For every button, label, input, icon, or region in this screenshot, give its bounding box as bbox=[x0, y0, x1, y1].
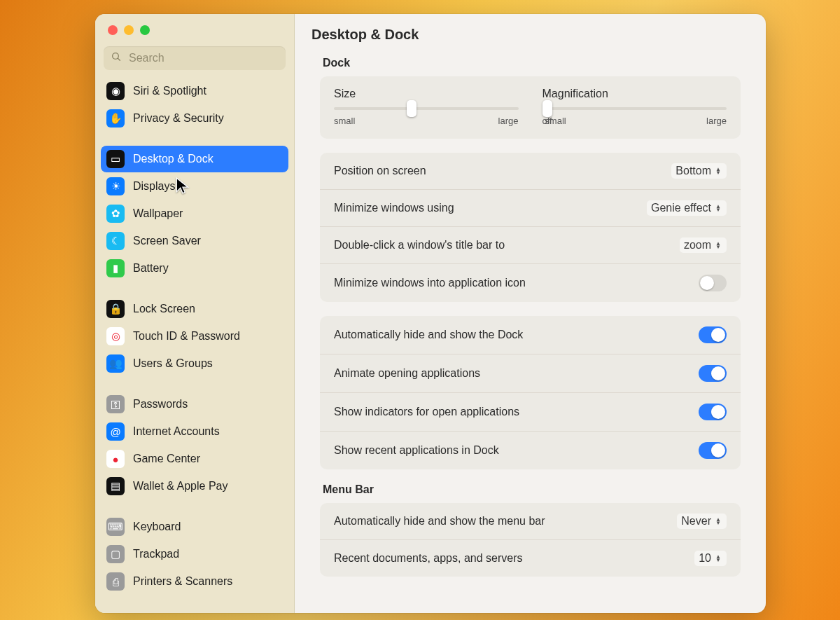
sidebar-item-keyboard[interactable]: ⌨Keyboard bbox=[101, 514, 288, 540]
row-label: Show indicators for open applications bbox=[334, 406, 519, 418]
toggle-switch[interactable] bbox=[699, 442, 727, 459]
search-field[interactable] bbox=[104, 46, 286, 70]
popup-value: Never bbox=[681, 515, 711, 528]
sidebar-item-label: Game Center bbox=[133, 453, 200, 465]
toggle-switch[interactable] bbox=[699, 326, 727, 343]
row-label: Animate opening applications bbox=[334, 367, 480, 380]
popup-value: Genie effect bbox=[651, 202, 711, 214]
sidebar-item-siri-spotlight[interactable]: ◉Siri & Spotlight bbox=[101, 78, 288, 104]
toggle-switch[interactable] bbox=[699, 365, 727, 382]
key-icon: ⚿ bbox=[106, 395, 125, 413]
sun-icon: ☀ bbox=[106, 177, 125, 195]
main-panel: Desktop & Dock Dock Size small large Mag… bbox=[295, 14, 766, 613]
row-label: Recent documents, apps, and servers bbox=[334, 552, 522, 565]
row-label: Position on screen bbox=[334, 165, 426, 177]
dock-size-slider[interactable]: Size small large bbox=[334, 88, 519, 126]
svg-line-1 bbox=[118, 58, 120, 60]
dock-row-1: Minimize windows usingGenie effect▲▼ bbox=[320, 189, 741, 226]
at-icon: @ bbox=[106, 422, 125, 441]
page-title: Desktop & Dock bbox=[295, 14, 766, 53]
stepper-arrows-icon: ▲▼ bbox=[715, 555, 722, 562]
popup-button[interactable]: Bottom▲▼ bbox=[671, 163, 727, 179]
sidebar-item-privacy-security[interactable]: ✋Privacy & Security bbox=[101, 105, 288, 132]
siri-icon: ◉ bbox=[106, 82, 125, 100]
sidebar-item-lock-screen[interactable]: 🔒Lock Screen bbox=[101, 296, 288, 322]
keyboard-icon: ⌨ bbox=[106, 518, 125, 536]
trackpad-icon: ▢ bbox=[106, 545, 125, 563]
dock-row-3: Show recent applications in Dock bbox=[320, 431, 741, 469]
sidebar-item-label: Internet Accounts bbox=[133, 425, 220, 438]
flower-icon: ✿ bbox=[106, 205, 125, 223]
sidebar-item-label: Wallpaper bbox=[133, 207, 183, 220]
lock-icon: 🔒 bbox=[106, 300, 125, 318]
sidebar-item-label: Battery bbox=[133, 262, 169, 275]
popup-button[interactable]: Never▲▼ bbox=[677, 514, 727, 529]
section-dock-label: Dock bbox=[323, 57, 738, 69]
dock-magnification-slider[interactable]: Magnification off small large bbox=[542, 88, 727, 126]
sidebar-item-screen-saver[interactable]: ☾Screen Saver bbox=[101, 228, 288, 254]
dock-row-2: Show indicators for open applications bbox=[320, 392, 741, 431]
sidebar-item-displays[interactable]: ☀Displays bbox=[101, 173, 288, 200]
popup-value: 10 bbox=[699, 552, 711, 565]
window-controls bbox=[95, 14, 294, 41]
sidebar-item-label: Trackpad bbox=[133, 548, 179, 560]
dock-row-3: Minimize windows into application icon bbox=[320, 263, 741, 302]
sidebar-item-label: Siri & Spotlight bbox=[133, 85, 206, 97]
sidebar-item-wallpaper[interactable]: ✿Wallpaper bbox=[101, 200, 288, 227]
sidebar-item-desktop-dock[interactable]: ▭Desktop & Dock bbox=[101, 146, 288, 172]
sidebar-item-printers-scanners[interactable]: ⎙Printers & Scanners bbox=[101, 568, 288, 595]
sidebar: ◉Siri & Spotlight✋Privacy & Security▭Des… bbox=[95, 14, 295, 613]
popup-button[interactable]: 10▲▼ bbox=[694, 551, 727, 566]
sidebar-item-label: Screen Saver bbox=[133, 235, 201, 247]
popup-button[interactable]: zoom▲▼ bbox=[680, 237, 727, 253]
menubar-row-0: Automatically hide and show the menu bar… bbox=[320, 503, 741, 539]
sidebar-item-label: Keyboard bbox=[133, 521, 181, 533]
stepper-arrows-icon: ▲▼ bbox=[715, 167, 722, 174]
row-label: Automatically hide and show the menu bar bbox=[334, 515, 545, 528]
size-max-label: large bbox=[498, 116, 519, 126]
sidebar-item-label: Lock Screen bbox=[133, 303, 195, 315]
sidebar-item-trackpad[interactable]: ▢Trackpad bbox=[101, 541, 288, 567]
sidebar-item-label: Privacy & Security bbox=[133, 112, 224, 125]
menubar-row-1: Recent documents, apps, and servers10▲▼ bbox=[320, 539, 741, 577]
mag-max-label: large bbox=[706, 116, 727, 126]
row-label: Show recent applications in Dock bbox=[334, 444, 499, 457]
close-window-button[interactable] bbox=[108, 25, 118, 35]
dock-row-0: Position on screenBottom▲▼ bbox=[320, 153, 741, 189]
sidebar-item-label: Wallet & Apple Pay bbox=[133, 480, 227, 492]
popup-button[interactable]: Genie effect▲▼ bbox=[647, 200, 727, 216]
sidebar-item-label: Passwords bbox=[133, 398, 188, 411]
moon-icon: ☾ bbox=[106, 232, 125, 250]
row-label: Automatically hide and show the Dock bbox=[334, 329, 523, 341]
mag-min-label: small bbox=[545, 116, 566, 126]
popup-value: Bottom bbox=[676, 165, 711, 177]
section-menubar-label: Menu Bar bbox=[323, 483, 738, 496]
stepper-arrows-icon: ▲▼ bbox=[715, 518, 722, 525]
toggle-switch[interactable] bbox=[699, 275, 727, 291]
wallet-icon: ▤ bbox=[106, 477, 125, 495]
zoom-window-button[interactable] bbox=[140, 25, 150, 35]
search-input[interactable] bbox=[127, 51, 279, 65]
sidebar-item-label: Printers & Scanners bbox=[133, 575, 232, 588]
sidebar-item-wallet-apple-pay[interactable]: ▤Wallet & Apple Pay bbox=[101, 473, 288, 500]
row-label: Minimize windows into application icon bbox=[334, 277, 526, 289]
toggle-switch[interactable] bbox=[699, 404, 727, 420]
game-center-icon: ● bbox=[106, 450, 125, 468]
minimize-window-button[interactable] bbox=[124, 25, 134, 35]
dock-row-2: Double-click a window's title bar tozoom… bbox=[320, 226, 741, 263]
hand-icon: ✋ bbox=[106, 109, 125, 128]
sidebar-item-label: Desktop & Dock bbox=[133, 153, 214, 165]
sidebar-item-label: Touch ID & Password bbox=[133, 330, 240, 343]
sidebar-item-passwords[interactable]: ⚿Passwords bbox=[101, 391, 288, 418]
sidebar-item-users-groups[interactable]: 👥Users & Groups bbox=[101, 350, 288, 377]
sidebar-item-battery[interactable]: ▮Battery bbox=[101, 255, 288, 282]
dock-row-1: Animate opening applications bbox=[320, 354, 741, 392]
sidebar-item-internet-accounts[interactable]: @Internet Accounts bbox=[101, 418, 288, 445]
dock-size-group: Size small large Magnification off small bbox=[320, 76, 741, 139]
battery-icon: ▮ bbox=[106, 259, 125, 277]
sidebar-item-label: Users & Groups bbox=[133, 357, 213, 370]
settings-content: Dock Size small large Magnification bbox=[295, 53, 766, 613]
sidebar-item-game-center[interactable]: ●Game Center bbox=[101, 446, 288, 472]
stepper-arrows-icon: ▲▼ bbox=[715, 242, 722, 249]
sidebar-item-touch-id-password[interactable]: ◎Touch ID & Password bbox=[101, 323, 288, 350]
